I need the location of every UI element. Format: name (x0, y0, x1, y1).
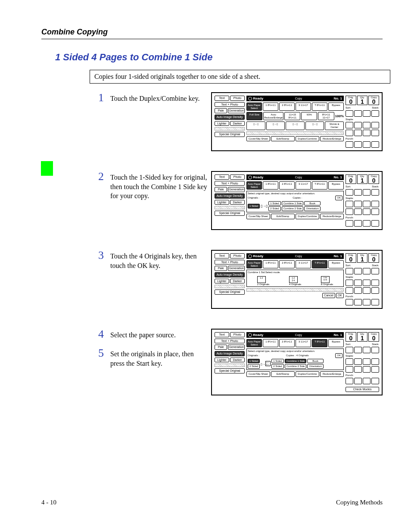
tray-1[interactable]: 1 8½×11 (263, 103, 278, 111)
pale-button[interactable]: Pale (215, 108, 227, 113)
check-modes-button[interactable]: Check Modes (346, 387, 379, 392)
step-text: Select the paper source. (110, 329, 209, 340)
auto-reduce-button[interactable]: Auto Reduce/Enlarge (263, 112, 283, 120)
screenshot-1: TextPhoto Text + Photo PaleGeneration Au… (211, 92, 383, 151)
photo-button[interactable]: Photo (230, 96, 245, 101)
stack-icon-2[interactable] (371, 110, 379, 117)
orientation-button[interactable]: Orientation (304, 206, 320, 211)
tray-2[interactable]: 2 8½×11 (279, 103, 295, 111)
text-photo-button[interactable]: Text + Photo (215, 102, 245, 107)
footer-chapter: Copying Methods (336, 499, 383, 506)
opt-4orig[interactable]: 4 Originals (289, 283, 302, 286)
dup-icon-1[interactable]: ▯→▯ (246, 121, 265, 130)
tab-reduce[interactable]: Reduce/Enlarge (320, 136, 344, 142)
tab-cover[interactable]: Cover/Slip Sheet (246, 136, 270, 142)
job-no: No. 1 (333, 96, 342, 100)
opt-2orig[interactable]: 2 Originals (257, 283, 270, 286)
ratio-preset-b[interactable]: 8½×11 11×17 (318, 112, 334, 120)
screenshot-4: TextPhoto Text + Photo PaleGeneration Au… (211, 329, 383, 395)
darker-button[interactable]: Darker (230, 121, 245, 126)
ratio-100: 100% (335, 114, 344, 118)
step-2: 2 Touch the 1-Sided key for original, th… (98, 171, 383, 230)
tray-t[interactable]: T 8½×11 (312, 103, 327, 111)
step-number: 2 (98, 171, 110, 201)
step-1: 1 Touch the Duplex/Combine key. TextPhot… (98, 92, 383, 151)
step-text: Set the originals in place, then press t… (110, 348, 209, 368)
full-size-button[interactable]: Full Size (246, 112, 262, 120)
page-header-title: Combine Copying (41, 28, 108, 37)
mode-label: Copy (295, 97, 302, 100)
prompt-text: Select original type, desired copy outpu… (248, 350, 342, 352)
stack-icon[interactable] (363, 110, 371, 117)
sort-icon[interactable] (346, 110, 353, 117)
combine-1side[interactable]: Combine 1 Side (285, 359, 307, 364)
ok-button[interactable]: OK (335, 196, 342, 200)
tab-duplex[interactable]: Duplex/Combine (296, 136, 319, 142)
auto-paper-button[interactable]: Auto Paper Select (246, 103, 262, 111)
staple-icon[interactable] (346, 122, 353, 128)
sort-icon-2[interactable] (354, 110, 362, 117)
orig-1sided[interactable]: 1 Sided (248, 204, 260, 208)
screenshot-2: TextPhoto Text + Photo PaleGeneration Au… (211, 171, 383, 230)
page-number: 4 - 10 (41, 499, 56, 506)
dup-icon-4[interactable]: ▯→▯ (305, 121, 324, 130)
tray-3[interactable]: 3 11×17 (296, 103, 311, 111)
prompt-text: Select original type, desired copy outpu… (248, 192, 342, 195)
chapter-tab-marker (41, 161, 53, 176)
lighter-button[interactable]: Lighter (215, 121, 229, 126)
ratio-preset-a[interactable]: 11×15 8½×11 (284, 112, 300, 120)
intro-box: Copies four 1-sided originals together t… (90, 70, 390, 84)
punch-icon[interactable] (346, 141, 353, 148)
cancel-button[interactable]: Cancel (322, 293, 335, 298)
step-number: 5 (98, 348, 110, 368)
header-rule (41, 39, 383, 39)
text-button[interactable]: Text (215, 96, 229, 101)
step-number: 1 (98, 92, 110, 103)
shrink-center-button[interactable]: Shrink & Center (325, 121, 344, 130)
copy-2sided[interactable]: 2 Sided (268, 206, 280, 211)
book-button[interactable]: Book (304, 201, 320, 206)
ok-button[interactable]: OK (336, 293, 344, 298)
step-3: 3 Touch the 4 Originals key, then touch … (98, 250, 383, 309)
combine-2side[interactable]: Combine 2 Side (282, 206, 304, 211)
step-4-5: 4 Select the paper source. 5 Set the ori… (98, 329, 383, 395)
step-text: Touch the Duplex/Combine key. (110, 92, 209, 103)
orig-2sided[interactable]: 2 Sided (248, 364, 260, 369)
step-number: 3 (98, 250, 110, 270)
copy-1sided[interactable]: 1 Sided (268, 201, 280, 206)
ratio-pct[interactable]: 93% (301, 112, 317, 120)
step-text: Touch the 4 Originals key, then touch th… (110, 250, 209, 270)
combine-1side[interactable]: Combine 1 Side (282, 201, 304, 206)
dup-icon-2[interactable]: ▯→▯ (266, 121, 285, 130)
ready-label: Ready (253, 96, 263, 100)
bypass[interactable]: Bypass (328, 103, 344, 111)
prompt-text: Combine 1 Sid:Select mode. (248, 271, 342, 274)
special-original-button[interactable]: Special Original (215, 132, 245, 137)
dup-icon-3[interactable]: ▯→▯ (286, 121, 305, 130)
section-title: 1 Sided 4 Pages to Combine 1 Side (55, 52, 213, 63)
step-text: Touch the 1-Sided key for original, then… (110, 171, 209, 201)
orig-1sided[interactable]: 1 Sided (248, 359, 260, 364)
tab-edit[interactable]: Edit/Stamp (271, 136, 295, 142)
generation-button[interactable]: Generation (228, 108, 245, 113)
step-number: 4 (98, 329, 110, 340)
ok-button[interactable]: OK (335, 353, 342, 358)
auto-density-button[interactable]: Auto Image Density (215, 115, 245, 120)
screenshot-3: TextPhoto Text + Photo PaleGeneration Au… (211, 250, 383, 309)
opt-8orig[interactable]: 8 Originals (321, 283, 333, 286)
